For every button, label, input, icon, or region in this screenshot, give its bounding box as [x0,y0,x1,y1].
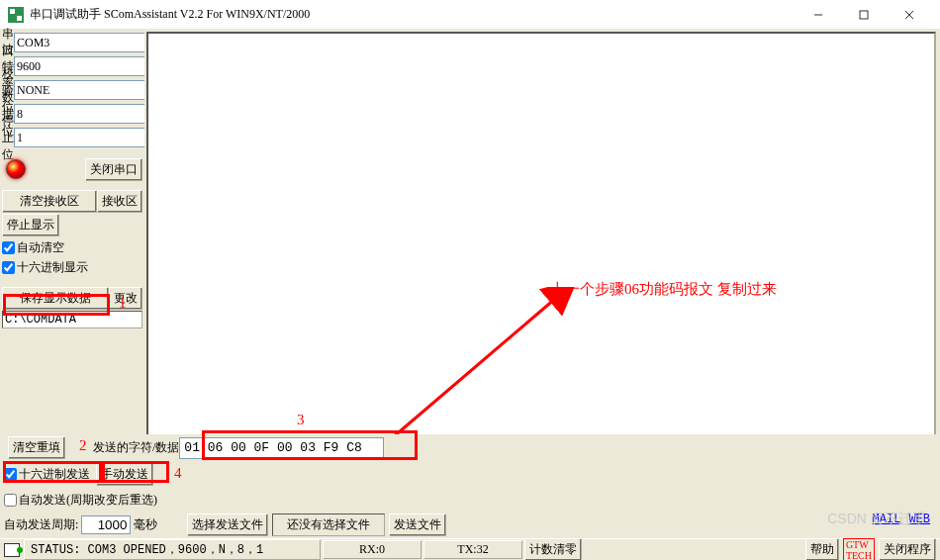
auto-send-check[interactable]: 自动发送(周期改变后重选) [4,490,157,510]
rx-area-button[interactable]: 接收区 [97,190,142,213]
annotation-1: 1 [119,295,127,312]
maximize-button[interactable] [841,0,887,30]
period-unit: 毫秒 [134,516,157,533]
titlebar: 串口调试助手 SComAssistant V2.2 For WIN9X/NT/2… [0,0,940,30]
auto-clear-check[interactable]: 自动清空 [2,237,142,257]
mail-link[interactable]: MAIL [873,513,901,526]
clear-refill-button[interactable]: 清空重填 [8,436,65,459]
save-data-button[interactable]: 保存显示数据 [2,287,109,310]
select-file-button[interactable]: 选择发送文件 [187,513,268,536]
annotation-3: 3 [297,412,305,428]
annotation-2: 2 [79,437,87,454]
statusbar: STATUS: COM3 OPENED，9600，N，8，1 RX:0 TX:3… [0,538,940,560]
status-text: STATUS: COM3 OPENED，9600，N，8，1 [24,539,321,560]
send-label: 发送的字符/数据 [93,439,179,456]
hex-send-check[interactable]: 十六进制发送 [4,465,90,485]
window-title: 串口调试助手 SComAssistant V2.2 For WIN9X/NT/2… [30,6,310,23]
stopbits-value[interactable] [15,129,164,146]
period-label: 自动发送周期: [4,516,78,533]
minimize-button[interactable] [796,0,841,30]
databits-value[interactable] [15,105,164,123]
footer: 清空重填 发送的字符/数据 十六进制发送 手动发送 自动发送(周期改变后重选) … [0,434,940,560]
hex-display-check[interactable]: 十六进制显示 [2,257,142,277]
annotation-4: 4 [174,465,182,482]
save-path: C:\COMDATA [2,311,142,328]
help-button[interactable]: 帮助 [805,538,839,560]
manual-send-button[interactable]: 手动发送 [96,463,153,486]
links: MAIL WEB [873,513,930,526]
receive-textarea[interactable] [146,32,936,437]
parity-value[interactable] [15,81,164,99]
period-input[interactable] [81,515,131,534]
stopbits-label: 停止位 [2,113,14,163]
close-button[interactable] [887,0,932,30]
web-link[interactable]: WEB [908,513,930,526]
tech-badge: GTWTECH [843,538,875,561]
annotation-text: 上一个步骤06功能码报文 复制过来 [550,280,777,299]
status-icon [4,543,20,557]
send-file-button[interactable]: 发送文件 [389,513,446,536]
stop-display-button[interactable]: 停止显示 [2,214,59,236]
baud-value[interactable] [15,57,164,75]
count-clear-button[interactable]: 计数清零 [524,538,582,560]
no-file-label: 还没有选择文件 [272,513,385,536]
close-program-button[interactable]: 关闭程序 [879,538,936,560]
status-led-icon [6,159,26,179]
rx-count: RX:0 [323,540,422,559]
clear-rx-button[interactable]: 清空接收区 [2,190,97,213]
close-port-button[interactable]: 关闭串口 [85,158,142,181]
send-input[interactable] [179,437,384,459]
tx-count: TX:32 [423,540,522,559]
port-value[interactable] [15,34,164,51]
svg-rect-1 [860,11,868,19]
app-icon [8,7,24,23]
